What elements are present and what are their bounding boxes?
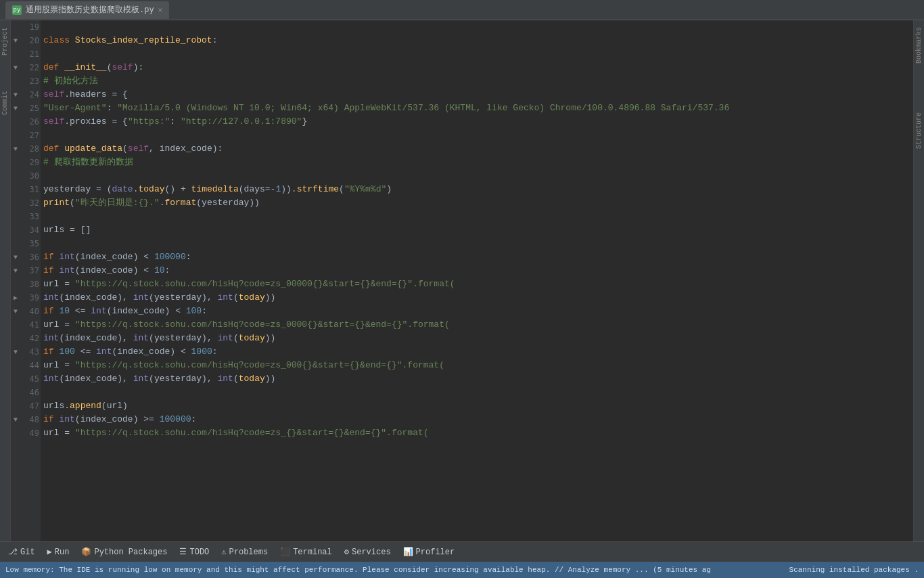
main-area: Project Commit 19▼2021▼2223▼24▼252627▼28… bbox=[0, 20, 924, 541]
line-number: 27 bbox=[20, 131, 39, 140]
line-number: 38 bbox=[20, 280, 39, 289]
gutter-line: 32 bbox=[11, 196, 41, 210]
code-line: def __init__(self): bbox=[43, 61, 913, 74]
gutter-line: 46 bbox=[11, 386, 41, 399]
sidebar-item-structure[interactable]: Structure bbox=[914, 108, 924, 153]
gutter-line: 49 bbox=[11, 426, 41, 440]
line-number: 41 bbox=[20, 320, 39, 330]
code-line: "User-Agent": "Mozilla/5.0 (Windows NT 1… bbox=[43, 102, 913, 115]
gutter-line: ▼24 bbox=[11, 88, 41, 102]
profiler-button[interactable]: 📊 Profiler bbox=[398, 545, 461, 559]
line-number: 21 bbox=[20, 49, 39, 59]
gutter-line: 30 bbox=[11, 169, 41, 183]
code-line: int(index_code), int(yesterday), int(tod… bbox=[43, 332, 913, 345]
python-file-icon: py bbox=[12, 5, 22, 15]
gutter-line: ▶39 bbox=[11, 291, 41, 305]
code-line: url = "https://q.stock.sohu.com/hisHq?co… bbox=[43, 426, 913, 440]
fold-indicator[interactable]: ▼ bbox=[11, 64, 20, 72]
git-button[interactable]: ⎇ Git bbox=[3, 545, 41, 559]
problems-icon: ⚠ bbox=[221, 547, 226, 557]
gutter-line: 45 bbox=[11, 372, 41, 386]
gutter-line: 31 bbox=[11, 183, 41, 196]
fold-indicator[interactable]: ▼ bbox=[11, 416, 20, 424]
code-line: if int(index_code) < 100000: bbox=[43, 250, 913, 264]
gutter-line: 38 bbox=[11, 277, 41, 291]
fold-indicator[interactable]: ▼ bbox=[11, 308, 20, 315]
line-number: 48 bbox=[20, 415, 39, 424]
line-number: 28 bbox=[20, 144, 39, 154]
git-label: Git bbox=[20, 548, 35, 557]
services-button[interactable]: ⚙ Services bbox=[339, 545, 396, 559]
fold-indicator[interactable]: ▼ bbox=[11, 91, 20, 99]
fold-indicator[interactable]: ▼ bbox=[11, 37, 20, 45]
sidebar-item-project[interactable]: Project bbox=[0, 23, 10, 60]
fold-indicator[interactable]: ▼ bbox=[11, 254, 20, 261]
code-line: if 100 <= int(index_code) < 1000: bbox=[43, 345, 913, 359]
todo-button[interactable]: ☰ TODO bbox=[174, 545, 214, 559]
code-container: 19▼2021▼2223▼24▼252627▼2829303132333435▼… bbox=[11, 20, 913, 541]
code-line: url = "https://q.stock.sohu.com/hisHq?co… bbox=[43, 359, 913, 372]
run-label: Run bbox=[55, 548, 70, 557]
gutter-line: 47 bbox=[11, 399, 41, 413]
gutter-line: ▼20 bbox=[11, 34, 41, 47]
line-number: 36 bbox=[20, 252, 39, 262]
todo-label: TODO bbox=[189, 548, 209, 557]
services-label: Services bbox=[352, 548, 391, 557]
gutter-line: 35 bbox=[11, 237, 41, 250]
run-button[interactable]: ▶ Run bbox=[42, 545, 75, 559]
fold-indicator[interactable]: ▶ bbox=[11, 294, 20, 302]
gutter-line: ▼37 bbox=[11, 264, 41, 277]
problems-label: Problems bbox=[229, 548, 269, 557]
gutter-line: 26 bbox=[11, 115, 41, 129]
python-packages-button[interactable]: 📦 Python Packages bbox=[76, 545, 172, 559]
code-line: urls = [] bbox=[43, 223, 913, 237]
line-number: 35 bbox=[20, 239, 39, 248]
gutter-line: 33 bbox=[11, 210, 41, 223]
gutter-line: ▼48 bbox=[11, 413, 41, 426]
code-line bbox=[43, 169, 913, 183]
services-icon: ⚙ bbox=[344, 547, 349, 557]
sidebar-item-bookmarks[interactable]: Bookmarks bbox=[914, 23, 924, 68]
status-message-right: Scanning installed packages . bbox=[789, 566, 919, 574]
fold-indicator[interactable]: ▼ bbox=[11, 146, 20, 153]
code-line: yesterday = (date.today() + timedelta(da… bbox=[43, 183, 913, 196]
line-number: 23 bbox=[20, 76, 39, 86]
gutter-line: 42 bbox=[11, 332, 41, 345]
status-message-left: Low memory: The IDE is running low on me… bbox=[5, 566, 781, 574]
terminal-button[interactable]: ⬛ Terminal bbox=[275, 545, 338, 559]
line-number: 47 bbox=[20, 401, 39, 411]
gutter-line: ▼43 bbox=[11, 345, 41, 359]
fold-indicator[interactable]: ▼ bbox=[11, 267, 20, 275]
run-icon: ▶ bbox=[47, 547, 52, 557]
code-line: urls.append(url) bbox=[43, 399, 913, 413]
line-number: 40 bbox=[20, 307, 39, 316]
gutter-line: 29 bbox=[11, 156, 41, 169]
title-bar: py 通用股票指数历史数据爬取模板.py ✕ bbox=[0, 0, 924, 20]
gutter-line: ▼28 bbox=[11, 142, 41, 156]
terminal-icon: ⬛ bbox=[280, 547, 290, 557]
code-line bbox=[43, 20, 913, 34]
code-line: self.proxies = {"https:": "http://127.0.… bbox=[43, 115, 913, 129]
python-packages-label: Python Packages bbox=[94, 548, 167, 557]
gutter-line: 44 bbox=[11, 359, 41, 372]
fold-indicator[interactable]: ▼ bbox=[11, 105, 20, 112]
file-tab[interactable]: py 通用股票指数历史数据爬取模板.py ✕ bbox=[5, 1, 169, 19]
code-line: if int(index_code) >= 100000: bbox=[43, 413, 913, 426]
code-line: url = "https://q.stock.sohu.com/hisHq?co… bbox=[43, 318, 913, 332]
line-number: 37 bbox=[20, 266, 39, 275]
line-number: 24 bbox=[20, 90, 39, 99]
line-number: 34 bbox=[20, 225, 39, 235]
fold-indicator[interactable]: ▼ bbox=[11, 349, 20, 356]
problems-button[interactable]: ⚠ Problems bbox=[216, 545, 273, 559]
line-number: 42 bbox=[20, 334, 39, 343]
packages-icon: 📦 bbox=[81, 547, 91, 557]
gutter-line: 41 bbox=[11, 318, 41, 332]
line-number: 19 bbox=[20, 22, 39, 32]
code-line: self.headers = { bbox=[43, 88, 913, 102]
code-line: class Stocks_index_reptile_robot: bbox=[43, 34, 913, 47]
tab-close-button[interactable]: ✕ bbox=[158, 5, 163, 14]
code-scroll[interactable]: class Stocks_index_reptile_robot: def __… bbox=[41, 20, 913, 541]
sidebar-item-commit[interactable]: Commit bbox=[0, 87, 10, 119]
line-number: 45 bbox=[20, 374, 39, 384]
code-line: url = "https://q.stock.sohu.com/hisHq?co… bbox=[43, 277, 913, 291]
